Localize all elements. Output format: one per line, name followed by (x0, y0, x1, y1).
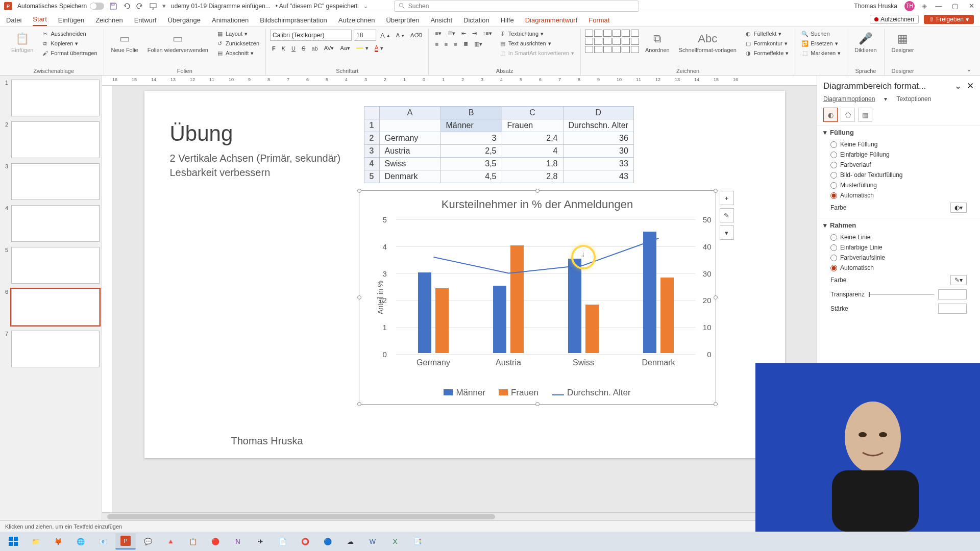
title-dropdown-icon[interactable]: ⌄ (363, 2, 369, 10)
reset-button[interactable]: ↺Zurücksetzen (214, 39, 261, 47)
shape-effects-button[interactable]: ◑Formeffekte▾ (743, 49, 791, 57)
columns-button[interactable]: ▥▾ (472, 40, 484, 48)
change-case-button[interactable]: Aa▾ (338, 44, 352, 52)
fill-line-tab-icon[interactable]: ◐ (823, 108, 838, 122)
tab-insert[interactable]: Einfügen (58, 16, 84, 26)
font-family-combo[interactable]: Calibri (Textkörper) (270, 30, 352, 41)
bold-button[interactable]: F (270, 45, 278, 52)
replace-button[interactable]: 🔁Ersetzen▾ (799, 39, 843, 47)
chart-legend[interactable]: Männer Frauen Durchschn. Alter (359, 388, 716, 398)
strike-button[interactable]: S (300, 45, 307, 52)
fill-picture-radio[interactable]: Bild- oder Texturfüllung (823, 170, 974, 180)
tab-view[interactable]: Ansicht (430, 16, 452, 26)
chart-object[interactable]: + ✎ ▾ Kursteilnehmer in % der Anmeldunge… (359, 190, 716, 405)
slide-thumbnails[interactable]: 1 2 3 4 5 6 7 (0, 76, 102, 520)
slide-subtitle[interactable]: 2 Vertikale Achsen (Primär, sekundär) Le… (170, 151, 341, 180)
align-left-button[interactable]: ≡ (433, 41, 440, 48)
designer-button[interactable]: ▦Designer (889, 30, 917, 55)
diamond-icon[interactable]: ◈ (922, 2, 927, 10)
start-button[interactable] (3, 533, 23, 549)
word-icon[interactable]: W (362, 533, 383, 549)
thumb-7[interactable]: 7 (2, 331, 100, 367)
qat-overflow-icon[interactable]: ▾ (162, 2, 166, 10)
shape-fill-button[interactable]: ◐Fülleffekt▾ (743, 30, 791, 38)
bullets-button[interactable]: ≡▾ (433, 30, 443, 37)
powerpoint-taskbar-icon[interactable]: P (115, 533, 136, 549)
tab-record[interactable]: Aufzeichnen (338, 16, 375, 26)
chart-styles-button[interactable]: ✎ (720, 208, 734, 222)
font-color-button[interactable]: A▾ (373, 44, 385, 53)
underline-button[interactable]: U (289, 45, 298, 52)
tab-chartdesign[interactable]: Diagrammentwurf (525, 16, 578, 26)
thumb-6[interactable]: 6 (2, 289, 100, 325)
slide-title[interactable]: Übung (170, 121, 233, 146)
app-icon-4[interactable]: 📄 (273, 533, 293, 549)
align-right-button[interactable]: ≡ (452, 41, 459, 48)
horizontal-scrollbar[interactable] (102, 512, 817, 520)
new-slide-button[interactable]: ▭Neue Folie (108, 30, 141, 55)
fill-gradient-radio[interactable]: Farbverlauf (823, 160, 974, 170)
border-none-radio[interactable]: Keine Linie (823, 232, 974, 242)
excel-icon[interactable]: X (385, 533, 405, 549)
app-icon-7[interactable]: ☁ (340, 533, 360, 549)
reuse-slides-button[interactable]: ▭Folien wiederverwenden (144, 30, 211, 55)
chart-title[interactable]: Kursteilnehmer in % der Anmeldungen (359, 191, 716, 211)
firefox-icon[interactable]: 🦊 (48, 533, 68, 549)
italic-button[interactable]: K (280, 45, 287, 52)
clear-format-button[interactable]: A⌫ (408, 32, 424, 39)
fill-solid-radio[interactable]: Einfarbige Füllung (823, 149, 974, 160)
undo-icon[interactable] (122, 2, 131, 10)
fill-auto-radio[interactable]: Automatisch (823, 190, 974, 201)
maximize-button[interactable]: ▢ (950, 2, 960, 11)
slide-canvas[interactable]: Übung 2 Vertikale Achsen (Primär, sekund… (144, 91, 785, 458)
thumb-4[interactable]: 4 (2, 205, 100, 242)
highlight-button[interactable]: ▾ (354, 44, 371, 52)
save-icon[interactable] (109, 2, 117, 10)
paste-button[interactable]: 📋Einfügen (8, 30, 36, 55)
line-spacing-button[interactable]: ↕≡▾ (481, 30, 494, 37)
fill-pattern-radio[interactable]: Musterfüllung (823, 180, 974, 190)
share-button[interactable]: ⇧Freigeben▾ (924, 15, 974, 24)
shadow-button[interactable]: ab (309, 45, 320, 52)
tab-start[interactable]: Start (33, 15, 46, 26)
shape-outline-button[interactable]: ▢Formkontur▾ (743, 39, 791, 47)
format-painter-button[interactable]: 🖌Format übertragen (39, 49, 99, 57)
ribbon-collapse-button[interactable]: ⌄ (962, 63, 976, 75)
char-spacing-button[interactable]: AV▾ (322, 44, 336, 52)
fill-none-radio[interactable]: Keine Füllung (823, 139, 974, 149)
chart-data-table[interactable]: ABCD 1MännerFrauenDurchschn. Alter 2Germ… (364, 106, 634, 183)
font-size-combo[interactable]: 18 (354, 30, 376, 41)
border-auto-radio[interactable]: Automatisch (823, 263, 974, 273)
indent-dec-button[interactable]: ⇤ (459, 30, 468, 37)
width-spinner[interactable] (938, 304, 967, 314)
shrink-font-button[interactable]: A▾ (394, 32, 406, 39)
fill-color-button[interactable]: ◐▾ (950, 203, 967, 213)
text-options-tab[interactable]: Textoptionen (896, 95, 931, 103)
section-button[interactable]: ▤Abschnitt▾ (214, 49, 261, 57)
quick-styles-button[interactable]: AbcSchnellformat-vorlagen (676, 30, 740, 55)
app-icon-1[interactable]: 💬 (138, 533, 158, 549)
plot-area[interactable]: 00110220330440550GermanyAustriaSwissDenm… (396, 219, 695, 353)
tab-format[interactable]: Format (589, 16, 609, 26)
chrome-icon[interactable]: 🌐 (70, 533, 91, 549)
tab-design[interactable]: Entwurf (134, 16, 157, 26)
search-input[interactable]: Suchen (394, 1, 639, 12)
indent-inc-button[interactable]: ⇥ (470, 30, 479, 37)
border-solid-radio[interactable]: Einfarbige Linie (823, 242, 974, 253)
explorer-icon[interactable]: 📁 (26, 533, 46, 549)
vlc-icon[interactable]: 🔺 (160, 533, 181, 549)
horizontal-ruler[interactable]: 1615141312111098765432101234567891011121… (102, 76, 817, 86)
app-icon-3[interactable]: 🔴 (205, 533, 226, 549)
telegram-icon[interactable]: ✈ (250, 533, 271, 549)
grow-font-button[interactable]: A▴ (378, 31, 392, 40)
outlook-icon[interactable]: 📧 (93, 533, 113, 549)
tab-animations[interactable]: Animationen (212, 16, 249, 26)
effects-tab-icon[interactable]: ⬠ (841, 108, 855, 122)
autosave-toggle[interactable]: Automatisches Speichern (17, 3, 104, 10)
tab-review[interactable]: Überprüfen (386, 16, 419, 26)
chart-options-tab[interactable]: Diagrammoptionen (823, 95, 875, 103)
avatar[interactable]: TH (904, 1, 915, 11)
shapes-gallery[interactable] (585, 30, 639, 53)
user-name[interactable]: Thomas Hruska (854, 3, 897, 10)
align-center-button[interactable]: ≡ (443, 41, 450, 48)
